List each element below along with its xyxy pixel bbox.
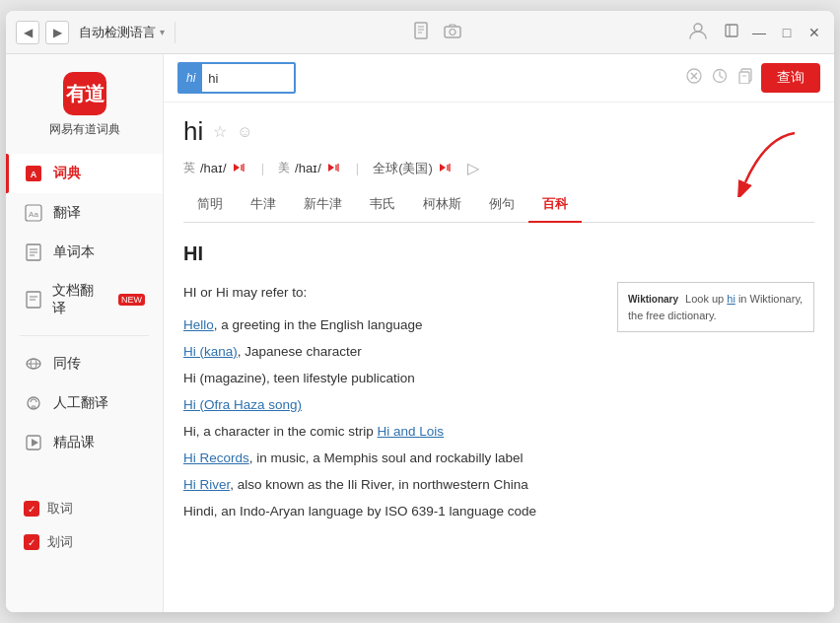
us-ipa: /haɪ/	[295, 161, 321, 175]
nav-buttons: ◀ ▶	[16, 21, 69, 44]
wiktionary-logo: Wiktionary	[628, 294, 678, 305]
doc-icon[interactable]	[412, 22, 430, 43]
sidebar-item-tongchuan[interactable]: 同传	[6, 344, 163, 383]
sidebar-label-rengong: 人工翻译	[53, 394, 108, 412]
tab-liju[interactable]: 例句	[475, 187, 528, 223]
tab-woshi[interactable]: 韦氏	[356, 187, 409, 223]
ency-link-5[interactable]: Hi and Lois	[378, 424, 445, 439]
titlebar-tool-icons	[412, 22, 461, 43]
sidebar-item-rengong[interactable]: 人工翻译	[6, 383, 163, 423]
sidebar-divider	[20, 335, 149, 336]
uk-audio-icon[interactable]	[232, 161, 247, 176]
us-phonetic: 美 /haɪ/	[278, 160, 342, 176]
minimize-button[interactable]: —	[749, 25, 769, 40]
global-audio-icon[interactable]	[438, 161, 454, 176]
lang-detect[interactable]: 自动检测语言 ▾	[79, 24, 165, 41]
uk-label: 英	[183, 160, 195, 176]
huaci-check-icon: ✓	[24, 534, 39, 550]
word-star-icon[interactable]: ☆	[213, 122, 227, 141]
us-audio-icon[interactable]	[326, 161, 342, 176]
svg-marker-34	[234, 164, 240, 172]
ency-item-6: Hi Records, in music, a Memphis soul and…	[183, 448, 814, 470]
tab-xinniujin[interactable]: 新牛津	[290, 187, 356, 223]
sidebar-label-wendang: 文档翻译	[52, 282, 106, 317]
cidian-icon: A	[24, 164, 43, 183]
search-input-wrap[interactable]: hi hi	[177, 62, 296, 94]
sidebar-item-cidian[interactable]: A 词典	[6, 154, 163, 193]
tab-baike[interactable]: 百科	[528, 187, 582, 223]
user-icons	[688, 21, 708, 44]
search-history-icon[interactable]	[712, 68, 728, 88]
qucii-check-icon: ✓	[24, 501, 39, 517]
tab-jianming[interactable]: 简明	[183, 187, 237, 223]
app-name: 网易有道词典	[49, 121, 120, 138]
uk-phonetic: 英 /haɪ/	[183, 160, 247, 176]
sidebar-item-jingpinke[interactable]: 精品课	[6, 423, 163, 462]
phonetics: 英 /haɪ/ | 美 /haɪ/ |	[183, 155, 814, 187]
sidebar-label-tongchuan: 同传	[53, 355, 81, 373]
sidebar-item-huaci[interactable]: ✓ 划词	[6, 525, 163, 559]
search-text: hi	[202, 71, 294, 86]
shanciben-icon	[24, 242, 43, 262]
camera-icon[interactable]	[444, 22, 461, 43]
user-icon[interactable]	[688, 21, 708, 44]
word-emoji-icon[interactable]: ☺	[237, 123, 252, 141]
tab-niujin[interactable]: 牛津	[237, 187, 290, 223]
ency-item-7: Hi River, also known as the Ili River, i…	[183, 474, 814, 497]
search-copy-icon[interactable]	[737, 68, 753, 88]
svg-rect-4	[445, 27, 460, 37]
sidebar-item-qucii[interactable]: ✓ 取词	[6, 492, 163, 525]
encyclopedia-body: HI Wiktionary Look up hi in Wiktionary, …	[183, 237, 814, 526]
ency-link-2[interactable]: Hi (kana)	[183, 344, 238, 359]
dict-content: hi ☆ ☺ 英 /haɪ/ | 美 /	[164, 103, 834, 612]
titlebar-separator	[175, 22, 175, 43]
sidebar-item-shanciben[interactable]: 单词本	[6, 233, 163, 272]
uk-ipa: /haɪ/	[200, 161, 227, 175]
sidebar-label-shanciben: 单词本	[53, 243, 95, 261]
search-button[interactable]: 查询	[761, 63, 820, 93]
phonetic-next-icon[interactable]: ▷	[467, 159, 479, 177]
search-clear-icon[interactable]	[686, 68, 702, 88]
back-button[interactable]: ◀	[16, 21, 39, 44]
ency-link-7[interactable]: Hi River	[183, 477, 230, 492]
svg-text:Aa: Aa	[29, 210, 38, 219]
sidebar-item-wendang[interactable]: 文档翻译 NEW	[6, 272, 163, 327]
wiktionary-link[interactable]: hi	[727, 293, 735, 305]
sidebar-label-fanyi: 翻译	[53, 204, 81, 222]
forward-button[interactable]: ▶	[45, 21, 69, 44]
new-badge: NEW	[118, 294, 145, 306]
expand-icon[interactable]	[722, 23, 741, 41]
svg-marker-37	[328, 164, 334, 172]
sidebar-label-cidian: 词典	[53, 165, 81, 182]
window-controls: — □ ✕	[722, 23, 824, 41]
ency-item-2: Hi (kana), Japanese character	[183, 341, 814, 364]
tab-kelins[interactable]: 柯林斯	[409, 187, 475, 223]
ency-link-1[interactable]: Hello	[183, 317, 214, 332]
word-header: hi ☆ ☺	[183, 103, 814, 155]
wendang-icon	[24, 290, 42, 310]
tabs: 简明 牛津 新牛津 韦氏 柯林斯 例句 百科	[183, 187, 814, 223]
lang-detect-label: 自动检测语言	[79, 24, 156, 41]
sidebar-label-qucii: 取词	[47, 500, 73, 518]
tabs-container: 简明 牛津 新牛津 韦氏 柯林斯 例句 百科	[183, 187, 814, 223]
maximize-button[interactable]: □	[777, 25, 797, 40]
wiktionary-box: Wiktionary Look up hi in Wiktionary, the…	[617, 282, 814, 332]
ency-item-8: Hindi, an Indo-Aryan language by ISO 639…	[183, 501, 814, 523]
content-area: hi hi 查询	[164, 54, 834, 612]
ency-link-4[interactable]: Hi (Ofra Haza song)	[183, 397, 302, 412]
sidebar: 有道 网易有道词典 A 词典 Aa 翻译 单词本	[6, 54, 164, 612]
close-button[interactable]: ✕	[805, 25, 824, 40]
ency-link-6[interactable]: Hi Records	[183, 450, 249, 465]
ency-title: HI	[183, 237, 814, 270]
svg-point-6	[694, 24, 702, 32]
sidebar-item-fanyi[interactable]: Aa 翻译	[6, 193, 163, 233]
fanyi-icon: Aa	[24, 203, 43, 223]
svg-rect-7	[726, 25, 737, 36]
tongchuan-icon	[24, 354, 43, 374]
global-label: 全球(美国)	[373, 160, 433, 177]
searchbar: hi hi 查询	[164, 54, 834, 103]
svg-text:A: A	[31, 170, 37, 179]
global-phonetic: 全球(美国)	[373, 160, 454, 177]
rengong-icon	[24, 393, 43, 413]
search-badge: hi	[179, 64, 202, 92]
